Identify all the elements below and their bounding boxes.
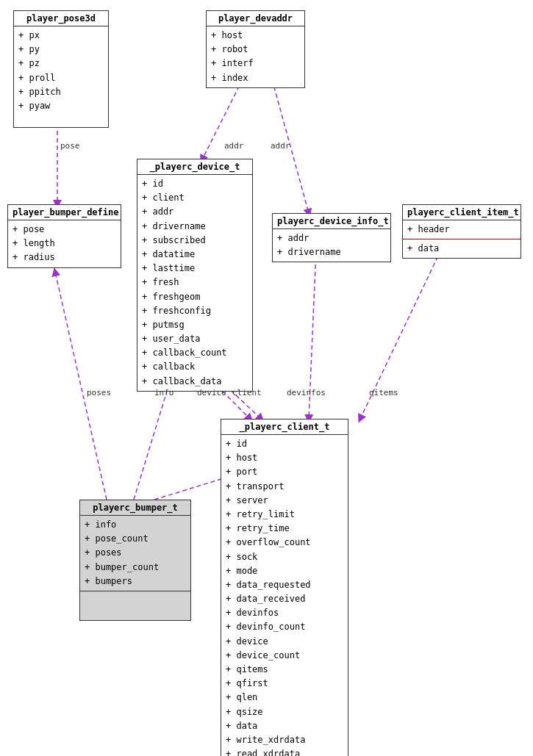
player-devaddr-title: player_devaddr xyxy=(207,11,304,26)
field: + ppitch xyxy=(18,85,104,99)
edge-label-pose: pose xyxy=(60,141,80,151)
field: + id xyxy=(142,177,248,191)
field: + freshconfig xyxy=(142,304,248,318)
edge-label-device: device xyxy=(197,388,226,397)
field: + robot xyxy=(211,43,300,57)
field: + qfirst xyxy=(226,677,343,691)
field: + retry_time xyxy=(226,522,343,536)
field: + addr xyxy=(142,205,248,219)
playerc-device-t-title: _playerc_device_t xyxy=(137,159,252,175)
playerc-device-info-t-body: + addr + drivername xyxy=(273,229,390,262)
player-devaddr-box: player_devaddr + host + robot + interf +… xyxy=(206,10,305,88)
field: + radius xyxy=(12,251,116,264)
playerc-client-item-t-footer: + data xyxy=(403,239,521,258)
field: + px xyxy=(18,29,104,43)
field: + drivername xyxy=(142,220,248,234)
field: + host xyxy=(226,451,343,465)
player-bumper-define-title: player_bumper_define xyxy=(8,205,121,220)
field: + bumper_count xyxy=(85,561,186,575)
field: + py xyxy=(18,43,104,57)
field: + read_xdrdata xyxy=(226,747,343,756)
field: + callback_data xyxy=(142,375,248,389)
playerc-client-item-t-box: playerc_client_item_t + header + data xyxy=(402,204,521,259)
player-pose3d-title: player_pose3d xyxy=(14,11,108,26)
field: + callback_count xyxy=(142,346,248,360)
field: + pz xyxy=(18,57,104,71)
svg-line-9 xyxy=(55,272,107,500)
field: + sock xyxy=(226,550,343,564)
field: + lasttime xyxy=(142,262,248,276)
field: + port xyxy=(226,465,343,479)
playerc-client-t-title: _playerc_client_t xyxy=(221,420,348,435)
field: + bumpers xyxy=(85,575,186,588)
playerc-device-info-t-title: playerc_device_info_t xyxy=(273,214,390,229)
playerc-client-t-box: _playerc_client_t + id + host + port + t… xyxy=(221,419,348,756)
field: + interf xyxy=(211,57,300,71)
playerc-device-t-body: + id + client + addr + drivername + subs… xyxy=(137,175,252,391)
field: + drivername xyxy=(277,245,386,259)
field: + data_received xyxy=(226,592,343,606)
field: + length xyxy=(12,237,116,251)
field: + info xyxy=(85,518,186,532)
playerc-client-item-t-body: + header xyxy=(403,220,521,239)
field: + devinfos xyxy=(226,606,343,620)
field: + device xyxy=(226,635,343,649)
player-pose3d-box: player_pose3d + px + py + pz + proll + p… xyxy=(13,10,109,128)
field: + fresh xyxy=(142,276,248,289)
playerc-device-t-box: _playerc_device_t + id + client + addr +… xyxy=(137,159,253,392)
player-bumper-define-box: player_bumper_define + pose + length + r… xyxy=(7,204,121,268)
field: + data xyxy=(407,242,516,256)
field: + freshgeom xyxy=(142,290,248,304)
field: + devinfo_count xyxy=(226,620,343,634)
field: + retry_limit xyxy=(226,508,343,522)
field: + datatime xyxy=(142,248,248,262)
edge-label-poses: poses xyxy=(87,388,111,397)
edge-label-qitems: qitems xyxy=(369,388,398,397)
player-bumper-define-body: + pose + length + radius xyxy=(8,220,121,267)
field: + transport xyxy=(226,480,343,494)
edge-label-devinfos: devinfos xyxy=(287,388,326,397)
field: + subscribed xyxy=(142,234,248,248)
playerc-bumper-t-body: + info + pose_count + poses + bumper_cou… xyxy=(80,516,190,591)
edge-label-addr1: addr xyxy=(224,141,244,151)
field: + putmsg xyxy=(142,318,248,332)
field: + qlen xyxy=(226,691,343,705)
field: + qitems xyxy=(226,663,343,677)
field: + device_count xyxy=(226,649,343,663)
field: + user_data xyxy=(142,332,248,346)
field: + data_requested xyxy=(226,578,343,592)
field: + index xyxy=(211,71,300,85)
field: + host xyxy=(211,29,300,43)
player-devaddr-body: + host + robot + interf + index xyxy=(207,26,304,87)
playerc-client-t-body: + id + host + port + transport + server … xyxy=(221,435,348,756)
overflow-count-field: + overflow_count xyxy=(226,536,343,550)
field: + qsize xyxy=(226,705,343,719)
playerc-bumper-t-box: playerc_bumper_t + info + pose_count + p… xyxy=(79,500,191,621)
field: + header xyxy=(407,223,516,237)
field: + write_xdrdata xyxy=(226,733,343,747)
field: + poses xyxy=(85,546,186,560)
field: + client xyxy=(142,191,248,205)
edge-label-client: client xyxy=(232,388,262,397)
field: + data xyxy=(226,719,343,733)
playerc-bumper-t-title: playerc_bumper_t xyxy=(80,500,190,516)
field: + pose xyxy=(12,223,116,237)
edge-label-info: info xyxy=(154,388,174,397)
edge-label-addr2: addr xyxy=(271,141,290,151)
field: + proll xyxy=(18,71,104,85)
player-pose3d-body: + px + py + pz + proll + ppitch + pyaw xyxy=(14,26,108,115)
field: + callback xyxy=(142,360,248,374)
field: + addr xyxy=(277,231,386,245)
playerc-device-info-t-box: playerc_device_info_t + addr + drivernam… xyxy=(272,213,391,262)
playerc-client-item-t-title: playerc_client_item_t xyxy=(403,205,521,220)
field: + id xyxy=(226,437,343,451)
field: + pyaw xyxy=(18,99,104,113)
field: + pose_count xyxy=(85,532,186,546)
field: + mode xyxy=(226,564,343,578)
field: + server xyxy=(226,494,343,508)
